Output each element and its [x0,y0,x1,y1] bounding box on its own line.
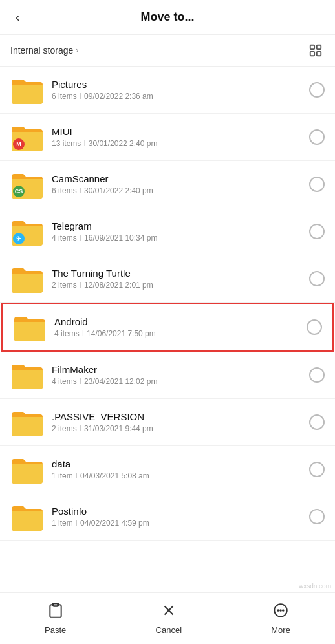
select-radio[interactable] [309,82,325,98]
file-info: Telegram4 itemsI16/09/2021 10:34 pm [52,220,304,242]
file-name: FilmMaker [52,364,304,375]
svg-point-10 [280,610,281,611]
folder-icon [10,500,44,533]
select-radio[interactable] [309,177,325,192]
list-item[interactable]: data1 itemI04/03/2021 5:08 am [0,446,335,493]
list-item[interactable]: .PASSIVE_VERSION2 itemsI31/03/2021 9:44 … [0,399,335,446]
svg-rect-1 [317,45,321,49]
breadcrumb-path[interactable]: Internal storage › [10,45,78,56]
paste-label: Paste [45,625,66,635]
file-name: Android [54,316,301,327]
list-item[interactable]: MMIUI13 itemsI30/01/2022 2:40 pm [0,114,335,161]
grid-view-button[interactable] [307,41,325,59]
folder-icon: ✈ [10,215,44,248]
file-info: MIUI13 itemsI30/01/2022 2:40 pm [52,126,304,148]
file-info: Android4 itemsI14/06/2021 7:50 pm [54,316,301,338]
file-meta: 4 itemsI23/04/2021 12:02 pm [52,377,304,386]
header: ‹ Move to... [0,0,335,35]
svg-point-11 [283,610,284,611]
list-item[interactable]: The Turning Turtle2 itemsI12/08/2021 2:0… [0,255,335,303]
folder-icon: CS [10,167,44,201]
select-radio[interactable] [307,319,322,335]
list-item[interactable]: Android4 itemsI14/06/2021 7:50 pm [1,303,334,352]
file-meta: 1 itemI04/02/2021 4:59 pm [52,519,304,528]
select-radio[interactable] [309,129,325,145]
file-list: Pictures6 itemsI09/02/2022 2:36 am MMIUI… [0,67,335,596]
file-name: .PASSIVE_VERSION [52,411,304,422]
more-label: More [271,625,290,635]
folder-badge: M [13,138,25,150]
svg-rect-0 [310,45,314,49]
svg-rect-2 [310,52,314,56]
file-meta: 2 itemsI12/08/2021 2:01 pm [52,281,304,290]
watermark: wxsdn.com [295,581,335,591]
file-info: Pictures6 itemsI09/02/2022 2:36 am [52,79,304,101]
chevron-right-icon: › [76,46,78,55]
list-item[interactable]: ✈Telegram4 itemsI16/09/2021 10:34 pm [0,208,335,255]
page-title: Move to... [140,10,194,24]
svg-rect-3 [317,52,321,56]
file-info: .PASSIVE_VERSION2 itemsI31/03/2021 9:44 … [52,411,304,433]
list-item[interactable]: Postinfo1 itemI04/02/2021 4:59 pm [0,493,335,541]
file-name: data [52,458,304,469]
folder-icon [10,262,44,295]
file-name: Telegram [52,220,304,231]
file-name: Pictures [52,79,304,90]
more-icon [272,602,289,623]
file-info: FilmMaker4 itemsI23/04/2021 12:02 pm [52,364,304,386]
file-info: data1 itemI04/03/2021 5:08 am [52,458,304,480]
bottom-bar: Paste Cancel More [0,592,335,644]
file-meta: 1 itemI04/03/2021 5:08 am [52,471,304,480]
file-meta: 6 itemsI09/02/2022 2:36 am [52,92,304,101]
file-meta: 13 itemsI30/01/2022 2:40 pm [52,139,304,148]
select-radio[interactable] [309,271,325,286]
list-item[interactable]: CSCamScanner6 itemsI30/01/2022 2:40 pm [0,161,335,208]
folder-badge: ✈ [13,233,25,244]
paste-button[interactable]: Paste [32,597,79,640]
select-radio[interactable] [309,367,325,383]
file-info: The Turning Turtle2 itemsI12/08/2021 2:0… [52,268,304,290]
list-item[interactable]: Pictures6 itemsI09/02/2022 2:36 am [0,67,335,114]
list-item[interactable]: FilmMaker4 itemsI23/04/2021 12:02 pm [0,352,335,399]
select-radio[interactable] [309,509,325,524]
file-meta: 4 itemsI14/06/2021 7:50 pm [54,329,301,338]
file-info: CamScanner6 itemsI30/01/2022 2:40 pm [52,173,304,195]
folder-icon [13,310,47,344]
cancel-label: Cancel [156,625,182,635]
file-name: Postinfo [52,506,304,517]
folder-icon: M [10,120,44,154]
file-meta: 6 itemsI30/01/2022 2:40 pm [52,186,304,195]
folder-icon [10,73,44,107]
paste-icon [47,602,64,623]
svg-point-9 [277,610,279,611]
cancel-icon [160,602,177,623]
file-info: Postinfo1 itemI04/02/2021 4:59 pm [52,506,304,528]
file-name: CamScanner [52,173,304,184]
file-meta: 2 itemsI31/03/2021 9:44 pm [52,424,304,433]
select-radio[interactable] [309,224,325,239]
more-button[interactable]: More [258,597,303,640]
file-meta: 4 itemsI16/09/2021 10:34 pm [52,233,304,242]
folder-icon [10,405,44,439]
breadcrumb-label: Internal storage [10,45,73,56]
folder-icon [10,453,44,486]
breadcrumb: Internal storage › [0,35,335,67]
select-radio[interactable] [309,414,325,430]
back-button[interactable]: ‹ [10,7,25,27]
cancel-button[interactable]: Cancel [143,597,195,640]
folder-icon [10,358,44,392]
file-name: The Turning Turtle [52,268,304,279]
folder-badge: CS [13,186,25,197]
file-name: MIUI [52,126,304,137]
select-radio[interactable] [309,462,325,477]
